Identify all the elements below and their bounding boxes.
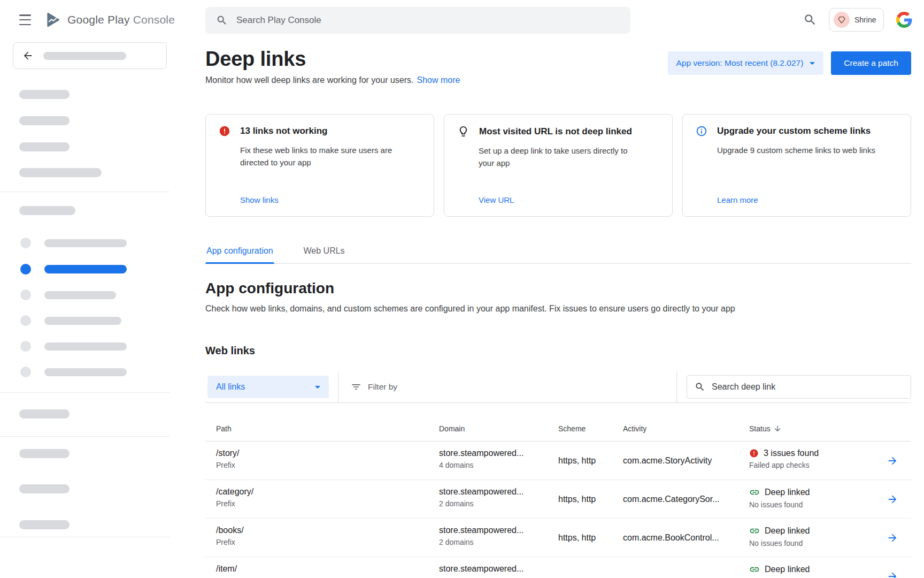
domain-value: store.steampowered... — [439, 487, 558, 497]
topbar: Google Play Console Shrine — [0, 0, 924, 40]
sidebar-active-item-icon — [20, 264, 31, 275]
sidebar-item-active[interactable] — [44, 265, 127, 273]
card-links-not-working: 13 links not working Fix these web links… — [205, 114, 434, 217]
divider — [0, 537, 170, 537]
card-body: Fix these web links to make sure users a… — [240, 144, 404, 169]
view-url-link[interactable]: View URL — [479, 195, 660, 204]
play-console-logo[interactable]: Google Play Console — [44, 11, 175, 29]
chevron-down-icon — [810, 62, 815, 65]
activity-value: com.acme.BookControl... — [623, 519, 749, 557]
scheme-value: https, http — [558, 480, 623, 518]
section-heading: App configuration — [205, 280, 911, 297]
logo-text: Google Play Console — [67, 13, 175, 26]
arrow-forward-icon — [887, 493, 898, 505]
status-detail: No issues found — [749, 500, 874, 509]
sidebar-skeleton-bar — [43, 52, 126, 60]
activity-value: com.acme.CategorySor... — [623, 480, 749, 518]
search-icon[interactable] — [803, 13, 817, 27]
page-subtitle: Monitor how well deep links are working … — [205, 75, 414, 85]
domain-value: store.steampowered... — [439, 448, 558, 458]
sidebar-skeleton-item — [44, 239, 127, 247]
web-links-heading: Web links — [205, 345, 911, 357]
deep-link-search-input[interactable] — [712, 382, 894, 392]
google-logo-icon[interactable] — [896, 12, 912, 28]
info-icon — [696, 125, 707, 137]
lightbulb-icon — [457, 125, 469, 138]
insight-cards: 13 links not working Fix these web links… — [205, 114, 911, 217]
divider — [0, 436, 170, 437]
gem-icon — [837, 16, 846, 24]
scheme-value — [558, 557, 623, 578]
status-detail: Failed app checks — [749, 461, 874, 469]
row-detail-arrow[interactable] — [887, 455, 898, 467]
arrow-forward-icon — [887, 571, 898, 578]
status-value: Deep linked — [765, 565, 810, 574]
sidebar-skeleton-icon — [20, 341, 31, 352]
sidebar-skeleton-item — [19, 520, 70, 529]
sidebar-skeleton-icon — [20, 290, 31, 300]
filter-by-label: Filter by — [368, 382, 397, 392]
table-row[interactable]: /books/ Prefix store.steampowered... 2 d… — [205, 519, 911, 557]
domain-count: 2 domains — [439, 499, 558, 508]
row-detail-arrow[interactable] — [887, 493, 898, 505]
account-name: Shrine — [854, 16, 876, 24]
activity-value: com.acme.StoryActivity — [623, 442, 749, 480]
deep-link-search[interactable] — [687, 375, 911, 399]
show-links-link[interactable]: Show links — [240, 195, 422, 204]
path-value: /category/ — [216, 487, 439, 497]
global-search-input[interactable] — [236, 15, 584, 26]
domain-value: store.steampowered... — [439, 526, 558, 535]
learn-more-link[interactable]: Learn more — [717, 195, 899, 204]
tab-app-configuration[interactable]: App configuration — [205, 243, 274, 263]
logo-text-console: Console — [133, 13, 175, 26]
sidebar-skeleton-item — [19, 409, 70, 419]
divider — [0, 192, 170, 192]
card-title: 13 links not working — [240, 126, 327, 136]
activity-value — [623, 557, 749, 578]
google-g-icon — [896, 12, 912, 28]
sidebar-skeleton-item — [19, 90, 70, 99]
sidebar-skeleton-item — [19, 449, 70, 458]
card-title: Upgrade your custom scheme links — [717, 126, 871, 136]
sidebar-skeleton-item — [44, 291, 116, 299]
table-row[interactable]: /item/ store.steampowered... Deep linked — [205, 557, 911, 578]
web-links-table: Path Domain Scheme Activity Status /stor… — [205, 403, 911, 578]
column-header-domain[interactable]: Domain — [439, 403, 558, 441]
row-detail-arrow[interactable] — [887, 532, 898, 544]
divider — [0, 392, 170, 393]
column-header-activity[interactable]: Activity — [623, 403, 749, 441]
table-row[interactable]: /story/ Prefix store.steampowered... 4 d… — [205, 442, 911, 480]
table-row[interactable]: /category/ Prefix store.steampowered... … — [205, 480, 911, 519]
path-type: Prefix — [216, 461, 439, 469]
filter-by-button[interactable]: Filter by — [351, 382, 397, 392]
divider — [676, 371, 677, 402]
row-detail-arrow[interactable] — [887, 571, 898, 578]
page-header: Deep links Monitor how well deep links a… — [205, 48, 911, 85]
status-detail: No issues found — [749, 539, 874, 547]
domain-count: 4 domains — [439, 461, 558, 469]
path-type: Prefix — [216, 499, 439, 508]
filter-icon — [351, 382, 361, 392]
domain-count: 2 domains — [439, 538, 558, 546]
link-icon — [749, 526, 760, 536]
tab-web-urls[interactable]: Web URLs — [303, 243, 346, 263]
column-header-scheme[interactable]: Scheme — [558, 403, 623, 441]
account-chip[interactable]: Shrine — [829, 8, 884, 32]
link-icon — [749, 564, 760, 575]
page-title: Deep links — [205, 48, 460, 71]
menu-icon[interactable] — [19, 14, 32, 25]
back-button[interactable] — [13, 42, 167, 69]
avatar — [834, 12, 850, 28]
status-value: Deep linked — [765, 488, 810, 497]
links-filter-dropdown[interactable]: All links — [207, 376, 329, 398]
column-header-status[interactable]: Status — [749, 403, 874, 441]
table-header: Path Domain Scheme Activity Status — [205, 403, 911, 442]
app-version-label: App version: Most recent (8.2.027) — [676, 58, 804, 68]
create-patch-button[interactable]: Create a patch — [831, 51, 911, 75]
show-more-link[interactable]: Show more — [417, 75, 460, 85]
search-icon — [216, 14, 228, 26]
app-version-dropdown[interactable]: App version: Most recent (8.2.027) — [668, 51, 824, 75]
error-icon — [749, 448, 759, 458]
column-header-path[interactable]: Path — [205, 403, 439, 441]
global-search[interactable] — [205, 7, 630, 34]
